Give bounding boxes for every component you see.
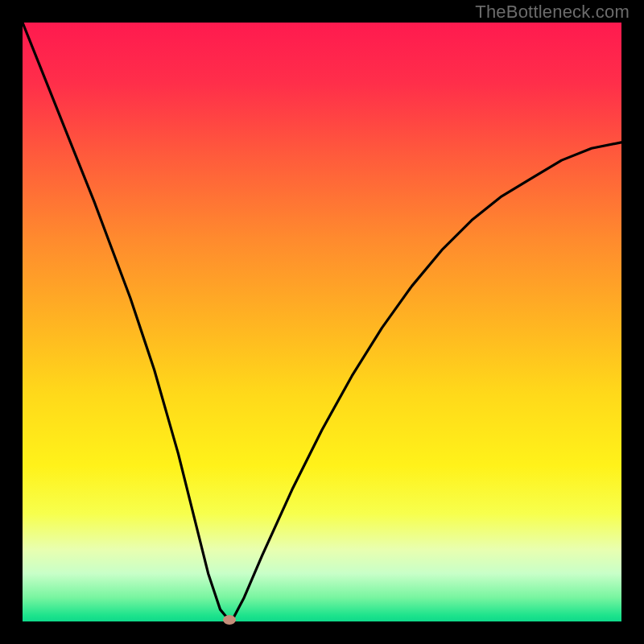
curve-svg xyxy=(23,23,621,621)
bottleneck-curve xyxy=(23,23,621,621)
watermark-text: TheBottleneck.com xyxy=(475,2,630,23)
chart-stage: TheBottleneck.com xyxy=(0,0,644,644)
optimum-marker-dot xyxy=(223,615,236,625)
